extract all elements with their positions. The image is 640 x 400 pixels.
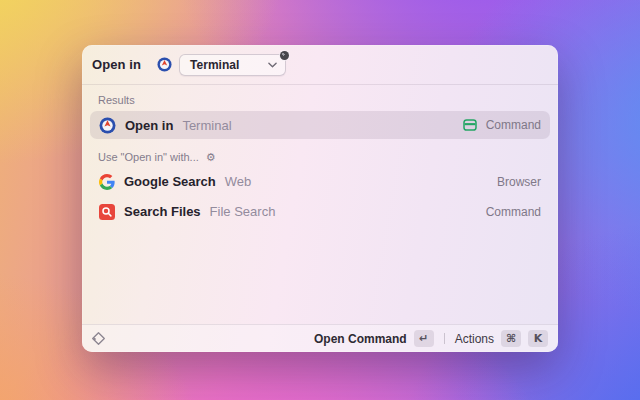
action-bar: Open Command ↵ Actions ⌘ K: [82, 324, 558, 352]
return-key-icon: ↵: [414, 330, 434, 347]
command-title: Open in: [92, 57, 141, 72]
open-in-app-icon: [157, 57, 172, 72]
argument-dropdown[interactable]: Terminal: [179, 54, 286, 76]
list-item-accessory: Command: [486, 205, 541, 219]
desktop-background: Open in Terminal Results: [0, 0, 640, 400]
cmd-key-icon: ⌘: [501, 330, 521, 347]
list-item-subtitle: Web: [225, 174, 252, 189]
section-use-with-label: Use "Open in" with...: [98, 151, 199, 163]
primary-action-label[interactable]: Open Command: [314, 332, 407, 346]
list-item-subtitle: Terminal: [182, 118, 231, 133]
list-item-search-files[interactable]: Search Files File Search Command: [90, 198, 550, 225]
results-list: Results Open in Terminal: [82, 85, 558, 324]
section-results-label: Results: [98, 94, 135, 106]
actions-button[interactable]: Actions: [455, 332, 494, 346]
list-item-google-search[interactable]: Google Search Web Browser: [90, 168, 550, 195]
list-item-open-in[interactable]: Open in Terminal Command: [90, 111, 550, 139]
section-use-with: Use "Open in" with... ⚙: [90, 142, 550, 168]
launcher-window: Open in Terminal Results: [82, 45, 558, 352]
k-key-icon: K: [528, 330, 548, 347]
chevron-down-icon: [268, 62, 277, 68]
list-item-accessory: Command: [486, 118, 541, 132]
command-header: Open in Terminal: [82, 45, 558, 85]
list-item-title: Search Files: [124, 204, 201, 219]
list-item-title: Google Search: [124, 174, 216, 189]
list-item-subtitle: File Search: [210, 204, 276, 219]
list-item-accessory: Browser: [497, 175, 541, 189]
dropdown-notification-badge: [280, 51, 289, 60]
google-icon: [99, 174, 115, 190]
gear-icon[interactable]: ⚙: [206, 152, 216, 163]
raycast-logo-icon: [91, 331, 106, 346]
argument-dropdown-value: Terminal: [190, 58, 268, 72]
open-in-app-icon: [99, 117, 116, 134]
terminal-window-icon: [463, 118, 477, 132]
footer-divider: [444, 333, 445, 344]
list-item-title: Open in: [125, 118, 173, 133]
section-results: Results: [90, 85, 550, 111]
file-search-icon: [99, 204, 115, 220]
